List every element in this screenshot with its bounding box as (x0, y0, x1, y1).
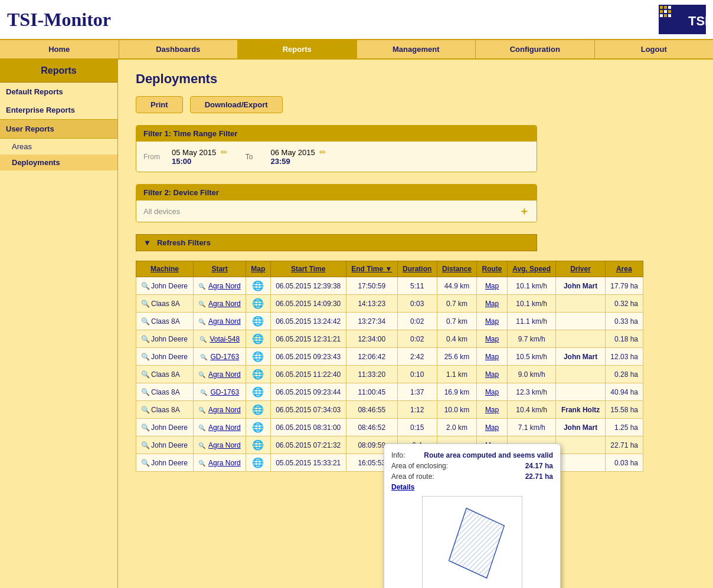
nav-logout[interactable]: Logout (595, 40, 714, 58)
search-icon[interactable]: 🔍 (141, 441, 150, 449)
search-icon[interactable]: 🔍 (200, 389, 207, 396)
map-globe-icon[interactable]: 🌐 (252, 334, 264, 344)
from-date-text: 05 May 2015 (172, 148, 216, 157)
map-globe-icon[interactable]: 🌐 (252, 422, 264, 432)
th-avg-speed[interactable]: Avg. Speed (507, 261, 556, 277)
map-globe-icon[interactable]: 🌐 (252, 352, 264, 362)
search-icon[interactable]: 🔍 (141, 317, 150, 326)
map-globe-icon[interactable]: 🌐 (252, 369, 264, 379)
search-icon[interactable]: 🔍 (141, 423, 150, 432)
start-link[interactable]: Agra Nord (208, 282, 241, 290)
filter2-add-icon[interactable]: ＋ (519, 204, 529, 218)
search-icon[interactable]: 🔍 (141, 370, 150, 379)
map-globe-icon[interactable]: 🌐 (252, 298, 264, 308)
search-icon[interactable]: 🔍 (198, 425, 205, 431)
search-icon[interactable]: 🔍 (141, 335, 150, 343)
cell-route: Map (477, 419, 507, 436)
nav-dashboards[interactable]: Dashboards (119, 40, 238, 58)
map-globe-icon[interactable]: 🌐 (252, 387, 264, 397)
route-map-link[interactable]: Map (485, 388, 499, 396)
to-edit-icon[interactable]: ✏ (319, 147, 326, 157)
tooltip-details-link[interactable]: Details (391, 483, 553, 491)
search-icon[interactable]: 🔍 (141, 282, 150, 290)
print-button[interactable]: Print (136, 96, 183, 113)
sidebar: Reports Default Reports Enterprise Repor… (0, 60, 118, 588)
th-area[interactable]: Area (605, 261, 643, 277)
search-icon[interactable]: 🔍 (141, 353, 150, 361)
search-icon[interactable]: 🔍 (200, 354, 207, 360)
search-icon[interactable]: 🔍 (198, 301, 205, 307)
sidebar-item-deployments[interactable]: Deployments (0, 155, 117, 170)
search-icon[interactable]: 🔍 (141, 406, 150, 414)
start-link[interactable]: Agra Nord (208, 406, 241, 414)
cell-end-time: 12:34:00 (346, 330, 397, 348)
map-globe-icon[interactable]: 🌐 (252, 440, 264, 450)
nav-management[interactable]: Management (357, 40, 476, 58)
nav-reports[interactable]: Reports (238, 40, 357, 58)
start-link[interactable]: Agra Nord (208, 370, 241, 379)
search-icon[interactable]: 🔍 (198, 318, 205, 325)
search-icon[interactable]: 🔍 (199, 336, 207, 343)
th-end-time[interactable]: End Time ▼ (346, 261, 397, 277)
download-button[interactable]: Download/Export (190, 96, 283, 113)
th-driver[interactable]: Driver (556, 261, 605, 277)
from-time-val: 15:00 (172, 157, 228, 166)
th-start-time[interactable]: Start Time (270, 261, 346, 277)
filter2-body: All devices ＋ (136, 201, 537, 222)
cell-start: 🔍 Agra Nord (193, 401, 246, 419)
search-icon[interactable]: 🔍 (141, 459, 150, 467)
sidebar-user-reports[interactable]: User Reports (0, 119, 117, 139)
map-globe-icon[interactable]: 🌐 (252, 281, 264, 291)
route-map-link[interactable]: Map (485, 370, 499, 379)
nav-configuration[interactable]: Configuration (476, 40, 595, 58)
start-link[interactable]: Agra Nord (208, 441, 241, 449)
search-icon[interactable]: 🔍 (198, 407, 205, 413)
to-date-val: 06 May 2015 ✏ (270, 147, 326, 157)
start-link[interactable]: GD-1763 (210, 353, 239, 361)
start-link[interactable]: Votai-548 (210, 335, 240, 343)
th-start[interactable]: Start (193, 261, 246, 277)
search-icon[interactable]: 🔍 (198, 372, 205, 378)
th-map[interactable]: Map (246, 261, 270, 277)
search-icon[interactable]: 🔍 (141, 388, 150, 396)
sidebar-item-default-reports[interactable]: Default Reports (0, 83, 117, 101)
th-duration[interactable]: Duration (397, 261, 437, 277)
th-route[interactable]: Route (477, 261, 507, 277)
cell-driver (556, 366, 605, 383)
cell-machine: 🔍John Deere (136, 277, 194, 295)
route-map-link[interactable]: Map (485, 300, 499, 308)
th-distance[interactable]: Distance (437, 261, 477, 277)
start-link[interactable]: Agra Nord (208, 300, 241, 308)
nav-home[interactable]: Home (0, 40, 119, 58)
map-globe-icon[interactable]: 🌐 (252, 405, 264, 415)
start-link[interactable]: GD-1763 (210, 388, 239, 396)
search-icon[interactable]: 🔍 (141, 300, 150, 308)
start-link[interactable]: Agra Nord (208, 459, 241, 467)
start-link[interactable]: Agra Nord (208, 423, 241, 432)
start-link[interactable]: Agra Nord (208, 317, 241, 326)
sidebar-item-areas[interactable]: Areas (0, 139, 117, 155)
cell-map: 🌐 (246, 454, 270, 472)
route-map-link[interactable]: Map (485, 353, 499, 361)
route-map-link[interactable]: Map (485, 282, 499, 290)
cell-end-time: 17:50:59 (346, 277, 397, 295)
from-edit-icon[interactable]: ✏ (221, 147, 228, 157)
app-title: TSI-Monitor (7, 9, 111, 31)
map-globe-icon[interactable]: 🌐 (252, 316, 264, 326)
route-map-link[interactable]: Map (485, 317, 499, 326)
cell-distance: 0.7 km (437, 295, 477, 313)
cell-machine: 🔍Claas 8A (136, 295, 194, 313)
cell-end-time: 14:13:23 (346, 295, 397, 313)
search-icon[interactable]: 🔍 (198, 442, 205, 449)
map-globe-icon[interactable]: 🌐 (252, 458, 264, 468)
search-icon[interactable]: 🔍 (198, 283, 205, 290)
route-map-link[interactable]: Map (485, 406, 499, 414)
cell-end-time: 12:06:42 (346, 348, 397, 366)
search-icon[interactable]: 🔍 (198, 460, 205, 467)
route-map-link[interactable]: Map (485, 335, 499, 343)
refresh-filters-bar[interactable]: ▼ Refresh Filters (136, 234, 537, 251)
th-machine[interactable]: Machine (136, 261, 194, 277)
route-map-link[interactable]: Map (485, 423, 499, 432)
sidebar-item-enterprise-reports[interactable]: Enterprise Reports (0, 101, 117, 119)
table-row: 🔍John Deere 🔍 GD-1763 🌐 06.05.2015 09:23… (136, 348, 643, 366)
